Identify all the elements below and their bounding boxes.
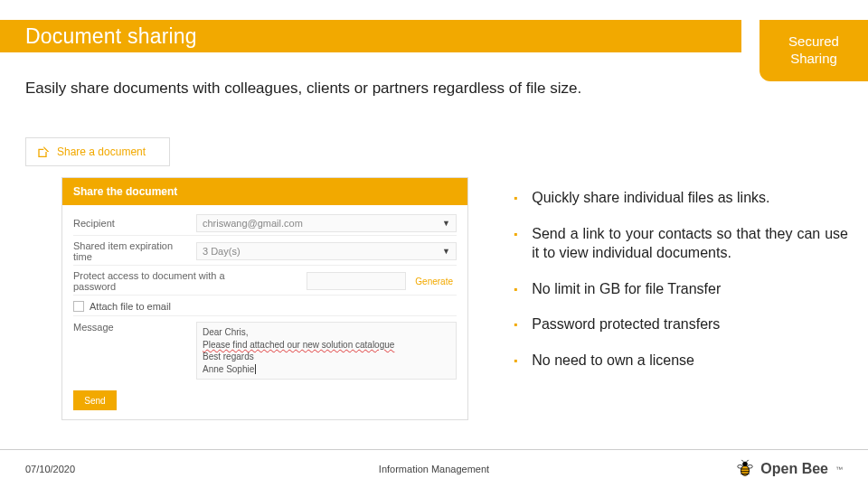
svg-point-2 <box>738 465 743 468</box>
brand-name: Open Bee <box>760 461 828 477</box>
footer-date: 07/10/2020 <box>25 464 75 474</box>
feature-bullet: Password protected transfers <box>514 314 848 334</box>
form-body: Recipient chriswang@gmail.com ▼ Shared i… <box>62 205 467 419</box>
generate-password-link[interactable]: Generate <box>411 277 457 286</box>
slide-footer: 07/10/2020 Information Management Open B… <box>0 450 868 488</box>
send-button[interactable]: Send <box>73 390 117 410</box>
openbee-logo: Open Bee ™ <box>735 459 843 479</box>
title-bar: Document sharing <box>0 20 741 52</box>
page-title: Document sharing <box>25 24 197 49</box>
badge-line2: Sharing <box>790 51 837 68</box>
share-document-form: Share the document Recipient chriswang@g… <box>61 177 468 420</box>
share-button-label: Share a document <box>57 145 146 158</box>
feature-bullet: Send a link to your contacts so that the… <box>514 224 848 263</box>
expiration-label: Shared item expiration time <box>73 240 191 262</box>
attach-file-checkbox[interactable] <box>73 301 84 312</box>
message-textarea[interactable]: Dear Chris, Please find attached our new… <box>196 322 457 380</box>
message-line: Dear Chris, <box>203 326 450 339</box>
secured-sharing-badge: Secured Sharing <box>760 20 868 81</box>
expiration-value: 3 Day(s) <box>203 246 241 257</box>
attach-file-label: Attach file to email <box>90 301 171 312</box>
page-subtitle: Easily share documents with colleagues, … <box>25 80 581 98</box>
share-arrow-icon <box>35 145 50 159</box>
message-label: Message <box>73 322 191 380</box>
message-line: Best regards <box>203 351 450 363</box>
bee-icon <box>735 459 755 479</box>
feature-bullet: No need to own a license <box>514 351 848 371</box>
recipient-row: Recipient chriswang@gmail.com ▼ <box>73 211 457 236</box>
recipient-select[interactable]: chriswang@gmail.com ▼ <box>196 214 457 232</box>
attach-file-row: Attach file to email <box>73 297 457 316</box>
svg-point-1 <box>743 462 749 467</box>
password-protect-label: Protect access to document with a passwo… <box>73 270 301 292</box>
trademark-icon: ™ <box>835 465 843 474</box>
password-protect-row: Protect access to document with a passwo… <box>73 267 457 296</box>
feature-bullet: No limit in GB for file Transfer <box>514 279 848 299</box>
badge-line1: Secured <box>788 33 839 51</box>
password-input[interactable] <box>307 272 406 290</box>
expiration-row: Shared item expiration time 3 Day(s) ▼ <box>73 238 457 266</box>
chevron-down-icon: ▼ <box>442 247 450 256</box>
chevron-down-icon: ▼ <box>442 219 450 228</box>
message-line: Anne Sophie <box>203 363 450 376</box>
svg-point-3 <box>748 465 753 468</box>
form-header: Share the document <box>62 178 467 205</box>
recipient-label: Recipient <box>73 218 191 229</box>
feature-bullet: Quickly share individual files as links. <box>514 188 848 208</box>
footer-center: Information Management <box>379 464 489 474</box>
message-row: Message Dear Chris, Please find attached… <box>73 318 457 383</box>
message-line: Please find attached our new solution ca… <box>203 339 450 352</box>
feature-bullet-list: Quickly share individual files as links.… <box>514 188 848 387</box>
share-document-button[interactable]: Share a document <box>25 137 170 166</box>
recipient-value: chriswang@gmail.com <box>203 218 303 229</box>
expiration-select[interactable]: 3 Day(s) ▼ <box>196 242 457 260</box>
